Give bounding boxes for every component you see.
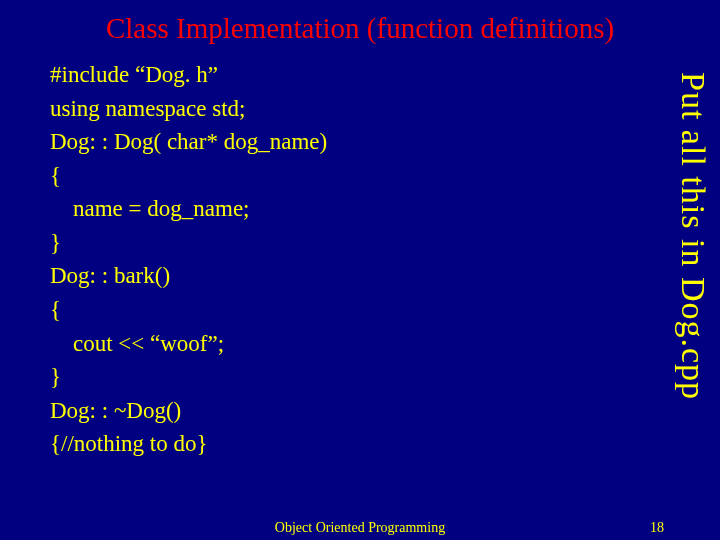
- code-line: Dog: : ~Dog(): [50, 394, 640, 428]
- code-line: cout << “woof”;: [50, 327, 640, 361]
- footer-title: Object Oriented Programming: [275, 520, 445, 536]
- code-line: {: [50, 159, 640, 193]
- code-line: Dog: : bark(): [50, 259, 640, 293]
- side-note: Put all this in Dog.cpp: [674, 72, 712, 400]
- code-line: using namespace std;: [50, 92, 640, 126]
- code-line: name = dog_name;: [50, 192, 640, 226]
- code-line: }: [50, 226, 640, 260]
- code-line: Dog: : Dog( char* dog_name): [50, 125, 640, 159]
- code-line: }: [50, 360, 640, 394]
- code-line: {//nothing to do}: [50, 427, 640, 461]
- code-line: #include “Dog. h”: [50, 58, 640, 92]
- code-block: #include “Dog. h” using namespace std; D…: [50, 58, 640, 461]
- slide-title: Class Implementation (function definitio…: [0, 0, 720, 53]
- page-number: 18: [650, 520, 664, 536]
- code-line: {: [50, 293, 640, 327]
